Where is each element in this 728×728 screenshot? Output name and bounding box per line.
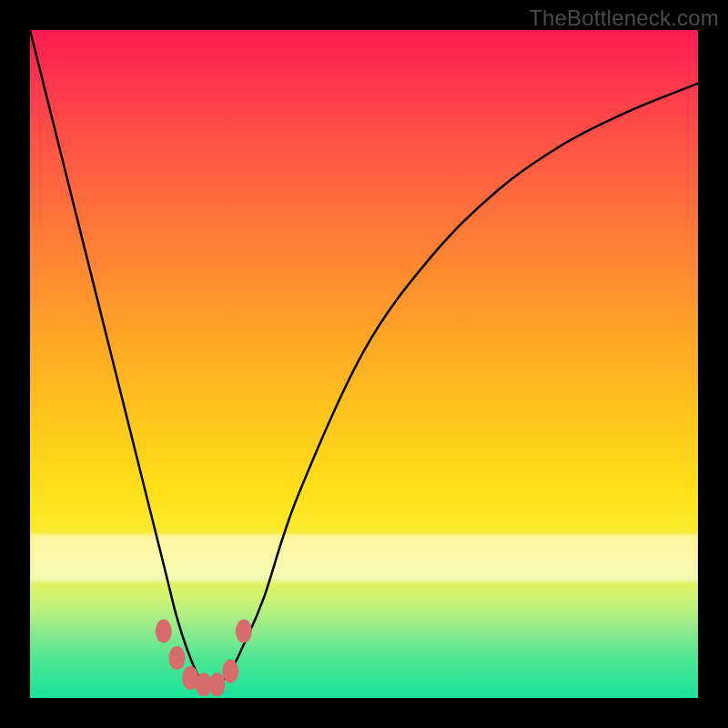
data-marker bbox=[236, 620, 252, 643]
bottleneck-curve bbox=[30, 30, 698, 687]
chart-container: TheBottleneck.com bbox=[0, 0, 728, 728]
watermark-text: TheBottleneck.com bbox=[529, 5, 719, 31]
curve-svg bbox=[30, 30, 698, 698]
data-marker bbox=[169, 646, 186, 670]
plot-area bbox=[30, 30, 698, 698]
data-marker bbox=[209, 672, 226, 696]
data-marker bbox=[222, 660, 238, 683]
data-marker bbox=[156, 620, 172, 643]
